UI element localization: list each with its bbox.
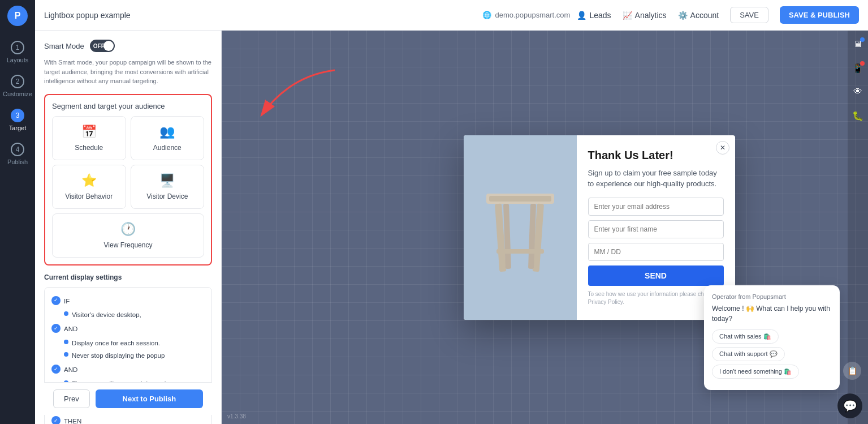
target-card-label: Visitor Behavior (65, 192, 113, 200)
popup-image (464, 135, 577, 320)
check-icon: ✓ (51, 365, 61, 374)
sidebar-item-publish[interactable]: 4 Publish (0, 138, 35, 170)
chat-bubble-button[interactable]: 💬 (837, 393, 862, 418)
analytics-nav-item[interactable]: 📈 Analytics (623, 11, 667, 20)
canvas-area: ✕ Thank Us Later! Sign up to claim your … (222, 31, 868, 424)
target-card-audience[interactable]: 👥 Audience (131, 116, 205, 160)
condition-text: Visitor's device desktop, (72, 309, 141, 321)
target-grid: 📅 Schedule 👥 Audience ⭐ Visitor Behavior… (52, 116, 204, 258)
dot-icon (64, 311, 68, 316)
smart-mode-row: Smart Mode OFF (44, 40, 212, 52)
chat-option-none[interactable]: I don't need something 🛍️ (712, 365, 799, 379)
popup-modal: ✕ Thank Us Later! Sign up to claim your … (464, 135, 735, 320)
condition-text: Never stop displaying the popup (72, 350, 165, 362)
account-icon: ⚙️ (678, 11, 688, 20)
target-card-label: Audience (153, 144, 182, 152)
segment-box: Segment and target your audience 📅 Sched… (44, 94, 212, 265)
chat-option-support[interactable]: Chat with support 💬 (712, 347, 785, 361)
chat-option-sales[interactable]: Chat with sales 🛍️ (712, 329, 779, 344)
condition-never-stop: Never stop displaying the popup (64, 350, 205, 362)
svg-rect-7 (496, 249, 544, 254)
left-sidebar: P 1 Layouts 2 Customize 3 Target 4 Publi… (0, 0, 35, 424)
visitor-device-icon: 🖥️ (159, 173, 175, 188)
step-number: 3 (11, 109, 24, 122)
smart-mode-label: Smart Mode (44, 42, 84, 50)
svg-rect-2 (489, 196, 551, 202)
chat-message: Welcome ! 🙌 What can I help you with tod… (712, 303, 832, 324)
sidebar-item-label: Customize (3, 91, 32, 97)
campaign-title: Lightbox popup example (44, 11, 476, 20)
send-button[interactable]: SEND (588, 265, 724, 286)
view-frequency-icon: 🕐 (120, 222, 136, 237)
audience-icon: 👥 (159, 125, 175, 139)
date-input[interactable] (588, 243, 724, 261)
sidebar-item-layouts[interactable]: 1 Layouts (0, 36, 35, 68)
toggle-label: OFF (93, 43, 105, 49)
condition-device: Visitor's device desktop, (64, 309, 205, 321)
target-card-label: Schedule (75, 144, 103, 152)
visitor-behavior-icon: ⭐ (81, 173, 97, 188)
popup-close-button[interactable]: ✕ (716, 141, 729, 155)
sidebar-item-label: Layouts (7, 57, 29, 63)
content-area: Smart Mode OFF With Smart mode, your pop… (35, 31, 868, 424)
leads-label: Leads (589, 11, 611, 20)
topbar: Lightbox popup example 🌐 demo.popupsmart… (35, 0, 868, 31)
url-display: 🌐 demo.popupsmart.com (482, 11, 570, 19)
settings-icon-btn[interactable]: 🐛 (850, 108, 866, 123)
account-label: Account (690, 11, 719, 20)
condition-label: THEN (64, 416, 81, 424)
main-panel: Lightbox popup example 🌐 demo.popupsmart… (35, 0, 868, 424)
logo-button[interactable]: P (7, 6, 28, 26)
target-card-view-frequency[interactable]: 🕐 View Frequency (52, 213, 204, 258)
check-icon: ✓ (51, 416, 61, 424)
first-name-input[interactable] (588, 220, 724, 238)
current-display-title: Current display settings (44, 273, 212, 281)
prev-button[interactable]: Prev (53, 389, 90, 408)
target-card-visitor-behavior[interactable]: ⭐ Visitor Behavior (52, 165, 126, 209)
target-card-visitor-device[interactable]: 🖥️ Visitor Device (131, 165, 205, 209)
condition-and-2: ✓ AND (51, 364, 205, 376)
stool-illustration (475, 165, 565, 290)
url-text: demo.popupsmart.com (495, 11, 570, 19)
condition-display-once: Display once for each session. (64, 337, 205, 349)
check-icon: ✓ (51, 296, 61, 305)
next-to-publish-button[interactable]: Next to Publish (96, 389, 203, 408)
schedule-icon: 📅 (81, 125, 97, 139)
version-badge: v1.3.38 (227, 413, 246, 419)
chat-form-icon[interactable]: 📋 (843, 362, 861, 380)
check-icon: ✓ (51, 324, 61, 333)
globe-icon: 🌐 (482, 11, 491, 19)
sidebar-item-target[interactable]: 3 Target (0, 104, 35, 136)
dot-icon (64, 352, 68, 357)
account-nav-item[interactable]: ⚙️ Account (678, 11, 719, 20)
target-card-schedule[interactable]: 📅 Schedule (52, 116, 126, 160)
smart-mode-toggle[interactable]: OFF (90, 40, 115, 52)
condition-label: AND (64, 323, 77, 335)
bottom-buttons: Prev Next to Publish (44, 382, 212, 415)
step-number: 4 (11, 143, 24, 156)
email-input[interactable] (588, 198, 724, 216)
condition-label: AND (64, 364, 77, 376)
condition-and-1: ✓ AND (51, 323, 205, 335)
sidebar-item-label: Target (9, 125, 27, 131)
sidebar-item-label: Publish (7, 159, 28, 165)
leads-nav-item[interactable]: 👤 Leads (577, 11, 611, 20)
eye-icon-btn[interactable]: 👁 (850, 84, 866, 100)
step-number: 1 (11, 41, 24, 54)
condition-if: ✓ IF (51, 295, 205, 307)
desktop-icon-btn[interactable]: 🖥 (850, 36, 866, 52)
condition-text: Display once for each session. (72, 337, 160, 349)
analytics-icon: 📈 (623, 11, 632, 20)
mobile-icon-btn[interactable]: 📱 (850, 60, 866, 76)
side-panel: Smart Mode OFF With Smart mode, your pop… (35, 31, 222, 424)
toggle-knob (103, 41, 114, 51)
save-publish-button[interactable]: SAVE & PUBLISH (780, 6, 859, 24)
condition-label: IF (64, 295, 70, 307)
leads-icon: 👤 (577, 11, 586, 20)
save-button[interactable]: SAVE (730, 7, 768, 23)
sidebar-item-customize[interactable]: 2 Customize (0, 70, 35, 102)
red-arrow (244, 65, 346, 132)
chat-widget: Operator from Popupsmart Welcome ! 🙌 Wha… (704, 285, 840, 390)
logo-letter: P (15, 11, 21, 21)
smart-mode-description: With Smart mode, your popup campaign wil… (44, 58, 212, 86)
